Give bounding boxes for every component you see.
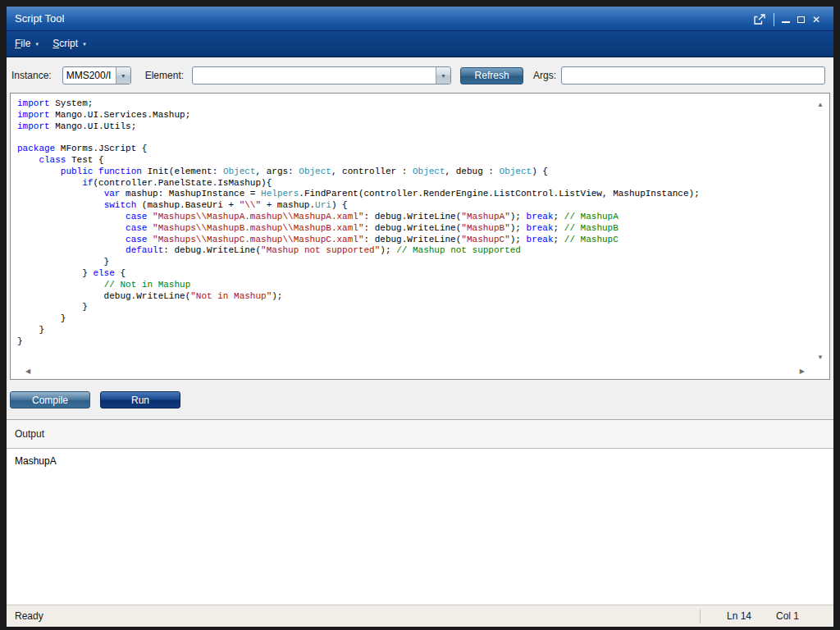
- instance-combobox[interactable]: MMS200/I ▼: [62, 66, 131, 84]
- menu-file-label: File: [15, 38, 30, 49]
- code-editor[interactable]: import System;import Mango.UI.Services.M…: [10, 93, 830, 380]
- instance-dropdown-button[interactable]: ▼: [116, 67, 130, 84]
- scroll-up-icon[interactable]: ▲: [817, 102, 824, 108]
- run-button-label: Run: [131, 395, 149, 406]
- output-text: MashupA: [15, 455, 57, 467]
- titlebar-separator: [774, 13, 774, 26]
- chevron-down-icon: ▼: [441, 73, 446, 79]
- scroll-down-icon[interactable]: ▼: [817, 354, 824, 361]
- menubar: File ▼ Script ▼: [7, 30, 833, 57]
- menu-file[interactable]: File ▼: [10, 34, 44, 52]
- popout-button[interactable]: [753, 14, 766, 25]
- statusbar-separator: [700, 609, 701, 623]
- args-label: Args:: [533, 70, 556, 81]
- chevron-down-icon: ▼: [82, 40, 87, 47]
- status-text: Ready: [15, 610, 700, 622]
- line-indicator: Ln 14: [727, 610, 776, 622]
- compile-button-label: Compile: [32, 395, 68, 406]
- minimize-button[interactable]: [782, 16, 790, 23]
- chevron-down-icon: ▼: [34, 40, 39, 47]
- window-title: Script Tool: [15, 12, 64, 25]
- app-window: Script Tool ✕ File ▼ Script ▼: [7, 7, 833, 627]
- minimize-icon: [782, 21, 790, 23]
- chevron-down-icon: ▼: [121, 73, 126, 79]
- output-header: Output: [7, 419, 833, 449]
- menu-script-label: Script: [52, 38, 78, 49]
- output-textarea[interactable]: MashupA: [7, 449, 833, 605]
- code-area[interactable]: import System;import Mango.UI.Services.M…: [11, 94, 813, 364]
- instance-label: Instance:: [11, 70, 52, 81]
- args-input[interactable]: [561, 66, 825, 84]
- instance-value: MMS200/I: [63, 67, 116, 84]
- maximize-icon: [797, 16, 805, 23]
- titlebar[interactable]: Script Tool ✕: [7, 7, 833, 30]
- element-label: Element:: [145, 70, 184, 81]
- run-button[interactable]: Run: [100, 391, 180, 409]
- output-header-label: Output: [15, 428, 44, 440]
- element-value: [193, 67, 436, 84]
- element-dropdown-button[interactable]: ▼: [436, 67, 450, 84]
- statusbar: Ready Ln 14 Col 1: [7, 605, 833, 627]
- menu-script[interactable]: Script ▼: [48, 34, 92, 52]
- popout-icon: [753, 14, 766, 25]
- compile-button[interactable]: Compile: [10, 391, 90, 409]
- col-indicator: Col 1: [776, 610, 833, 622]
- refresh-button-label: Refresh: [475, 70, 509, 81]
- close-button[interactable]: ✕: [812, 15, 820, 25]
- maximize-button[interactable]: [797, 16, 805, 23]
- toolbar: Instance: MMS200/I ▼ Element: ▼ Refresh …: [7, 57, 833, 94]
- refresh-button[interactable]: Refresh: [460, 67, 523, 84]
- scroll-left-icon[interactable]: ◀: [25, 368, 30, 375]
- element-combobox[interactable]: ▼: [192, 66, 451, 84]
- window-controls: ✕: [753, 7, 820, 31]
- scroll-right-icon[interactable]: ▶: [800, 368, 805, 375]
- close-icon: ✕: [812, 15, 820, 25]
